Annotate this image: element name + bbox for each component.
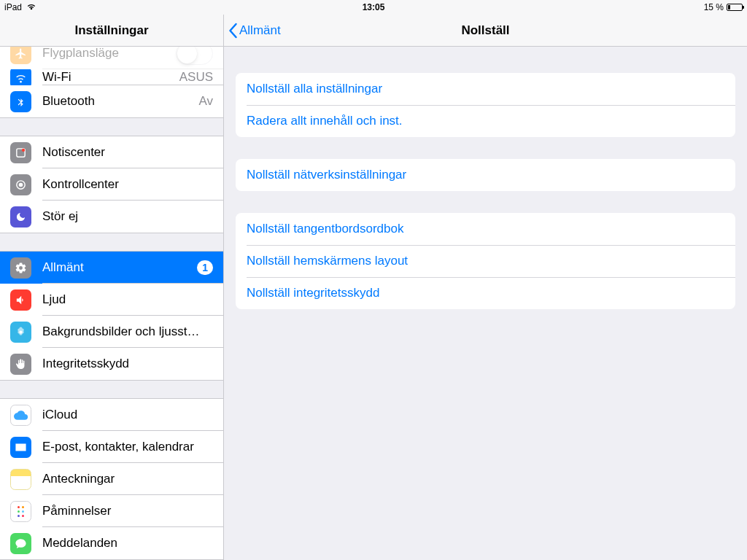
messages-icon [10,533,31,554]
sidebar-item-wallpaper[interactable]: Bakgrundsbilder och ljusst… [0,316,223,348]
wifi-icon [26,2,36,12]
reset-keyboard-dict[interactable]: Nollställ tangentbordsordbok [236,213,735,245]
airplane-switch[interactable] [176,47,213,65]
status-bar: iPad 13:05 15 % [0,0,747,15]
speaker-icon [10,289,31,311]
sidebar-item-label: Flygplansläge [42,47,176,61]
sidebar-item-dnd[interactable]: Stör ej [0,201,223,233]
reset-network[interactable]: Nollställ nätverksinställningar [236,159,735,191]
wifi-settings-icon [10,69,31,85]
detail-title: Nollställ [461,23,509,38]
sidebar-item-label: E-post, kontakter, kalendrar [42,440,223,454]
sidebar-item-label: Ljud [42,292,223,307]
sidebar-group-icloud: iCloud E-post, kontakter, kalendrar Ante… [0,398,223,560]
sidebar-item-reminders[interactable]: Påminnelser [0,495,223,527]
sidebar-group-general: Allmänt 1 Ljud Bakgrundsbilder och ljuss… [0,251,223,381]
airplane-icon [10,47,31,64]
sidebar-group-connectivity: Flygplansläge Wi-Fi ASUS Bluetooth Av [0,47,223,118]
reset-group-2: Nollställ nätverksinställningar [236,159,735,191]
sidebar-item-general[interactable]: Allmänt 1 [0,252,223,284]
general-badge: 1 [197,260,213,275]
svg-point-1 [22,148,25,151]
sidebar-item-label: Bluetooth [42,94,198,109]
sidebar-item-value: Av [198,94,213,109]
reset-all-settings[interactable]: Nollställ alla inställningar [236,73,735,105]
cell-label: Nollställ tangentbordsordbok [247,222,403,236]
sidebar-item-wifi[interactable]: Wi-Fi ASUS [0,69,223,85]
notes-icon [10,469,31,490]
sidebar-item-sound[interactable]: Ljud [0,284,223,316]
reminders-icon [10,501,31,522]
bluetooth-icon [10,91,31,112]
status-right: 15 % [704,2,743,12]
sidebar-group-noti: Notiscenter Kontrollcenter Stör ej [0,136,223,233]
mail-icon [10,437,31,458]
sidebar-item-mail[interactable]: E-post, kontakter, kalendrar [0,431,223,463]
sidebar-list[interactable]: Flygplansläge Wi-Fi ASUS Bluetooth Av [0,47,223,560]
sidebar-item-value: ASUS [179,70,213,85]
cell-label: Nollställ hemskärmens layout [247,254,408,268]
controlcenter-icon [10,174,31,195]
detail-content[interactable]: Nollställ alla inställningar Radera allt… [224,47,747,560]
sidebar-item-messages[interactable]: Meddelanden [0,527,223,559]
reset-privacy[interactable]: Nollställ integritetsskydd [236,277,735,309]
back-label: Allmänt [239,23,281,38]
sidebar-item-label: Påminnelser [42,504,223,518]
settings-sidebar: Inställningar Flygplansläge Wi-Fi ASU [0,15,224,560]
sidebar-title: Inställningar [74,23,148,38]
sidebar-item-label: iCloud [42,408,223,422]
sidebar-item-privacy[interactable]: Integritetsskydd [0,348,223,380]
cell-label: Nollställ nätverksinställningar [247,168,406,182]
reset-group-3: Nollställ tangentbordsordbok Nollställ h… [236,213,735,309]
sidebar-item-icloud[interactable]: iCloud [0,399,223,431]
flower-icon [10,322,31,343]
detail-navbar: Allmänt Nollställ [224,15,747,47]
sidebar-item-notes[interactable]: Anteckningar [0,463,223,495]
moon-icon [10,206,31,228]
status-left: iPad [4,2,36,12]
gear-icon [10,257,31,279]
cell-label: Nollställ integritetsskydd [247,286,379,300]
reset-home-layout[interactable]: Nollställ hemskärmens layout [236,245,735,277]
sidebar-item-label: Wi-Fi [42,70,179,85]
sidebar-item-label: Bakgrundsbilder och ljusst… [42,324,223,339]
sidebar-item-label: Anteckningar [42,472,223,486]
battery-icon [727,4,743,11]
sidebar-item-bluetooth[interactable]: Bluetooth Av [0,85,223,117]
svg-point-3 [19,183,22,186]
chevron-left-icon [228,23,238,39]
sidebar-item-airplane[interactable]: Flygplansläge [0,47,223,69]
sidebar-item-label: Stör ej [42,209,223,224]
notifications-icon [10,142,31,163]
clock: 13:05 [363,2,385,12]
cloud-icon [10,405,31,426]
sidebar-item-label: Meddelanden [42,536,223,551]
sidebar-item-notifications[interactable]: Notiscenter [0,136,223,168]
sidebar-item-label: Integritetsskydd [42,357,223,371]
cell-label: Nollställ alla inställningar [247,82,382,96]
carrier-label: iPad [4,2,22,12]
reset-group-1: Nollställ alla inställningar Radera allt… [236,73,735,137]
battery-percent: 15 % [704,2,724,12]
hand-icon [10,354,31,375]
sidebar-item-label: Notiscenter [42,145,223,160]
erase-all-content[interactable]: Radera allt innehåll och inst. [236,105,735,137]
sidebar-navbar: Inställningar [0,15,223,47]
sidebar-item-controlcenter[interactable]: Kontrollcenter [0,168,223,201]
sidebar-item-label: Allmänt [42,260,197,275]
detail-pane: Allmänt Nollställ Nollställ alla inställ… [224,15,747,560]
cell-label: Radera allt innehåll och inst. [247,114,403,128]
sidebar-item-label: Kontrollcenter [42,177,223,192]
back-button[interactable]: Allmänt [228,15,281,46]
